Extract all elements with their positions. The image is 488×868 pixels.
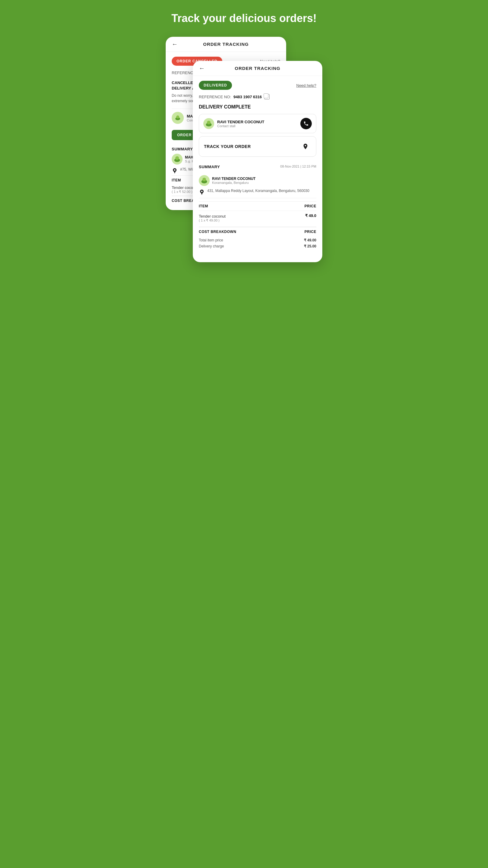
delivered-cost-label: COST BREAKDOWN: [199, 230, 236, 234]
delivered-stall-location: Koramangala, Bengaluru: [212, 181, 255, 184]
cost-row1-val: ₹ 49.00: [304, 238, 316, 242]
delivered-stall-avatar: [203, 118, 214, 129]
svg-marker-8: [174, 171, 175, 174]
svg-point-7: [174, 169, 175, 171]
delivered-badge: DELIVERED: [199, 81, 232, 90]
delivered-status-row: DELIVERED Need help?: [199, 81, 316, 90]
delivered-stall-info: RAVI TENDER COCONUT Contact stall: [217, 120, 297, 128]
track-order-label: TRACK YOUR ORDER: [204, 144, 251, 149]
back-arrow-cancelled[interactable]: ←: [172, 41, 178, 48]
map-pin-icon: [302, 143, 309, 150]
svg-point-14: [202, 178, 206, 181]
svg-point-5: [175, 156, 179, 160]
delivered-delivery-address: 431, Mallappa Reddy Layout, Koramangala,…: [207, 188, 310, 193]
divider-1: [199, 198, 316, 198]
delivered-cost-header: COST BREAKDOWN PRICE: [199, 227, 316, 236]
cancelled-item-col-label: ITEM: [172, 178, 181, 182]
stall-avatar-icon: [173, 113, 182, 122]
svg-point-2: [176, 116, 179, 119]
delivered-item-price: ₹ 49.0: [305, 213, 316, 218]
delivery-complete-label: DELIVERY COMPLETE: [199, 104, 316, 110]
delivered-item-qty: ( 1 x ₹ 49.00 ): [199, 218, 226, 222]
delivered-ref-label: REFERENCE NO:: [199, 95, 231, 99]
track-order-card[interactable]: TRACK YOUR ORDER: [199, 136, 316, 157]
cost-row2-val: ₹ 25.00: [304, 244, 316, 248]
delivered-ref-no: 9483 1907 6316: [233, 95, 262, 99]
delivered-cost-row-2: Delivery charge ₹ 25.00: [199, 244, 316, 248]
back-arrow-delivered[interactable]: ←: [199, 65, 205, 72]
cost-row2-label: Delivery charge: [199, 244, 224, 248]
delivered-item-details: Tender coconut ( 1 x ₹ 49.00 ): [199, 213, 226, 222]
cancelled-card-header: ← ORDER TRACKING: [166, 37, 286, 52]
delivered-reference-row: REFERENCE NO: 9483 1907 6316: [199, 94, 316, 99]
phone-button[interactable]: [300, 118, 312, 129]
delivered-item-row: Tender coconut ( 1 x ₹ 49.00 ) ₹ 49.0: [199, 211, 316, 225]
fade-overlay: [199, 248, 316, 257]
delivered-price-col: PRICE: [304, 204, 316, 208]
screens-container: ← ORDER TRACKING ORDER CANCELLED Need he…: [166, 37, 322, 308]
delivered-items-header: ITEM PRICE: [199, 201, 316, 211]
delivered-header-title: ORDER TRACKING: [235, 66, 281, 71]
delivered-summary-stall-row: RAVI TENDER COCONUT Koramangala, Bengalu…: [199, 175, 316, 186]
delivered-summary-avatar-icon: [199, 175, 210, 186]
delivered-item-col: ITEM: [199, 204, 208, 208]
delivered-stall-card: RAVI TENDER COCONUT Contact stall: [199, 114, 316, 133]
cancelled-summary-avatar: [172, 154, 183, 164]
delivered-cost-row-1: Total item price ₹ 49.00: [199, 238, 316, 242]
delivered-stall-full-name: RAVI TENDER COCONUT: [212, 177, 255, 181]
delivered-cost-price-label: PRICE: [304, 230, 316, 234]
svg-point-16: [201, 191, 203, 192]
delivered-card-body: DELIVERED Need help? REFERENCE NO: 9483 …: [193, 76, 322, 262]
location-pin-icon-cancelled: [172, 167, 178, 174]
delivered-item-name: Tender coconut: [199, 214, 226, 218]
delivered-order-card: ← ORDER TRACKING DELIVERED Need help? RE…: [193, 61, 322, 262]
location-pin-icon-delivered: [199, 189, 205, 195]
svg-point-11: [207, 121, 210, 124]
cost-row1-label: Total item price: [199, 238, 223, 242]
delivered-stall-name: RAVI TENDER COCONUT: [217, 120, 297, 124]
delivered-summary-stall-avatar: [199, 175, 210, 186]
cancelled-summary-avatar-icon: [172, 154, 183, 164]
cancelled-stall-avatar: [172, 112, 184, 124]
delivered-stall-avatar-icon: [203, 118, 214, 129]
page-title: Track your delicious orders!: [171, 12, 317, 25]
svg-marker-17: [201, 193, 203, 195]
delivered-summary-header: SUMMARY 08-Nov-2021 | 12:15 PM: [199, 161, 316, 172]
copy-icon-delivered[interactable]: [264, 94, 270, 99]
cancelled-header-title: ORDER TRACKING: [203, 41, 249, 47]
delivered-stall-sub: Contact stall: [217, 124, 297, 128]
delivered-summary-stall-details: RAVI TENDER COCONUT Koramangala, Bengalu…: [212, 177, 255, 184]
summary-date: 08-Nov-2021 | 12:15 PM: [280, 164, 316, 168]
delivered-card-header: ← ORDER TRACKING: [193, 61, 322, 76]
phone-icon: [303, 121, 309, 126]
map-pin-button[interactable]: [300, 141, 311, 152]
delivered-need-help[interactable]: Need help?: [296, 83, 317, 88]
delivered-summary-title: SUMMARY: [199, 164, 220, 169]
delivered-address-row: 431, Mallappa Reddy Layout, Koramangala,…: [199, 188, 316, 195]
